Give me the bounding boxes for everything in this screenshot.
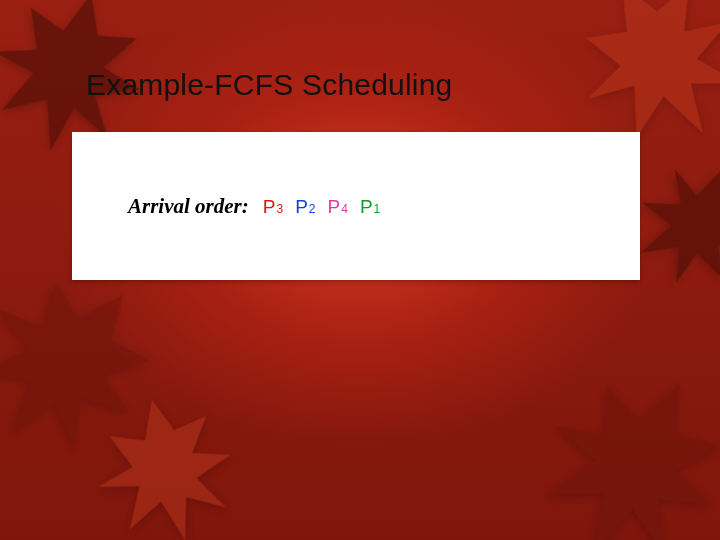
- process-p1: P1: [360, 196, 380, 218]
- process-p2: P2: [295, 196, 315, 218]
- slide: Example-FCFS Scheduling Arrival order: P…: [0, 0, 720, 540]
- process-p3: P3: [263, 196, 283, 218]
- process-letter: P: [263, 196, 276, 218]
- process-letter: P: [328, 196, 341, 218]
- slide-title: Example-FCFS Scheduling: [86, 68, 452, 102]
- process-subscript: 1: [373, 202, 381, 216]
- process-letter: P: [360, 196, 373, 218]
- process-subscript: 2: [308, 202, 316, 216]
- arrival-order-label: Arrival order:: [128, 194, 249, 219]
- process-p4: P4: [328, 196, 348, 218]
- arrival-order-line: Arrival order: P3 P2 P4 P1: [128, 194, 380, 219]
- leaf-icon: [480, 320, 720, 540]
- process-subscript: 4: [340, 202, 348, 216]
- leaf-icon: [67, 377, 264, 540]
- process-letter: P: [295, 196, 308, 218]
- process-subscript: 3: [275, 202, 283, 216]
- content-panel: Arrival order: P3 P2 P4 P1: [72, 132, 640, 280]
